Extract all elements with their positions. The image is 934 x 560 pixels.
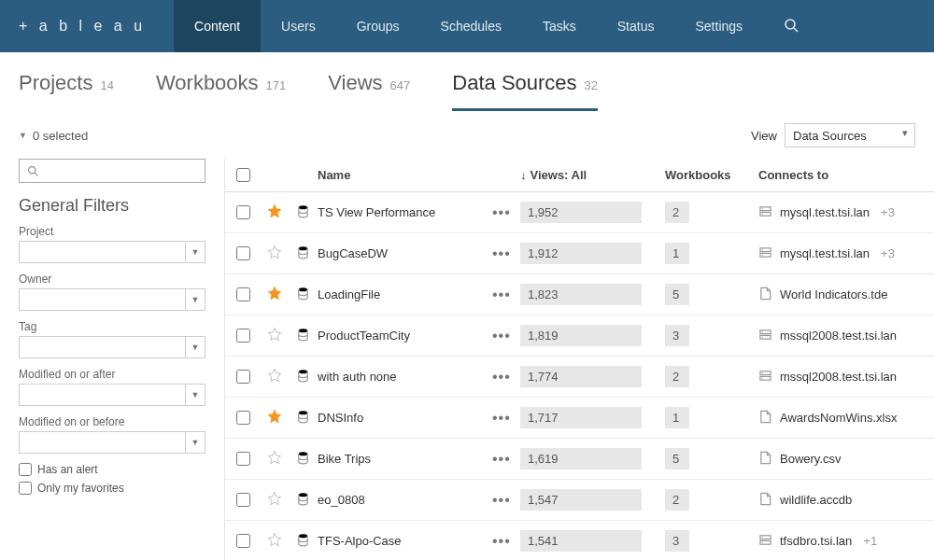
col-connects[interactable]: Connects to: [751, 159, 934, 191]
datasource-name-link[interactable]: BugCaseDW: [318, 246, 388, 260]
filter-search-input[interactable]: [19, 159, 205, 183]
datasource-icon: [296, 287, 310, 303]
connection-type-icon: [758, 328, 772, 344]
favorite-star-icon[interactable]: [267, 327, 282, 344]
data-sources-table: Name ↓Views: All Workbooks Connects to T…: [224, 159, 934, 560]
favorite-star-icon[interactable]: [267, 491, 282, 509]
row-actions-menu[interactable]: •••: [485, 400, 513, 436]
filter-dropdown-toggle[interactable]: ▼: [185, 431, 205, 454]
nav-groups[interactable]: Groups: [336, 0, 420, 52]
col-views[interactable]: ↓Views: All: [513, 159, 658, 191]
row-checkbox[interactable]: [236, 287, 250, 301]
filter-project-input[interactable]: [19, 241, 185, 263]
svg-point-27: [299, 493, 307, 497]
sidebar-filters: General Filters Project▼Owner▼Tag▼Modifi…: [0, 159, 224, 560]
filter-check-has-an-alert[interactable]: Has an alert: [19, 463, 205, 476]
row-checkbox[interactable]: [236, 493, 250, 507]
view-select[interactable]: Data Sources: [785, 123, 915, 147]
favorite-star-icon[interactable]: [267, 450, 282, 468]
connection-type-icon: [758, 533, 772, 550]
favorite-star-icon[interactable]: [267, 203, 282, 221]
views-count: 1,823: [520, 284, 642, 305]
connection-name: mssql2008.test.tsi.lan: [780, 329, 897, 343]
top-nav: + a b l e a u ContentUsersGroupsSchedule…: [0, 0, 934, 52]
filter-check-only-my-favorites[interactable]: Only my favorites: [19, 482, 205, 495]
datasource-name-link[interactable]: with auth none: [318, 370, 397, 384]
workbooks-count: 2: [665, 202, 689, 223]
row-checkbox[interactable]: [236, 329, 250, 343]
datasource-icon: [296, 328, 310, 344]
filter-modified-on-or-after-input[interactable]: [19, 384, 185, 406]
nav-tasks[interactable]: Tasks: [522, 0, 597, 52]
datasource-name-link[interactable]: eo_0808: [318, 493, 365, 507]
col-workbooks[interactable]: Workbooks: [658, 159, 751, 191]
datasource-name-link[interactable]: TFS-Alpo-Case: [318, 534, 402, 548]
datasource-name-link[interactable]: ProductTeamCity: [318, 329, 410, 343]
row-actions-menu[interactable]: •••: [485, 236, 513, 272]
datasource-name-link[interactable]: TS View Performance: [318, 205, 435, 219]
svg-rect-30: [760, 540, 771, 544]
datasource-icon: [296, 410, 310, 427]
filter-dropdown-toggle[interactable]: ▼: [185, 241, 205, 263]
row-actions-menu[interactable]: •••: [485, 277, 513, 313]
filter-dropdown-toggle[interactable]: ▼: [185, 288, 205, 311]
row-checkbox[interactable]: [236, 370, 250, 384]
tab-views[interactable]: Views647: [328, 71, 410, 108]
select-all-checkbox[interactable]: [225, 159, 261, 191]
svg-line-1: [794, 28, 798, 32]
search-icon: [784, 18, 799, 33]
search-icon: [27, 165, 39, 177]
connection-extra-count: +3: [881, 246, 895, 260]
tab-workbooks[interactable]: Workbooks171: [156, 71, 286, 108]
filter-dropdown-toggle[interactable]: ▼: [185, 336, 205, 358]
favorite-star-icon[interactable]: [267, 532, 282, 550]
datasource-name-link[interactable]: DNSInfo: [318, 411, 363, 425]
row-checkbox[interactable]: [236, 534, 250, 548]
filter-modified-on-or-before-input[interactable]: [19, 431, 185, 454]
table-row: Bike Trips•••1,6195Bowery.csv: [225, 439, 934, 480]
search-button[interactable]: [772, 18, 810, 35]
connection-name: mssql2008.test.tsi.lan: [780, 370, 897, 384]
favorite-star-icon[interactable]: [267, 286, 282, 303]
connection-name: AwardsNomWins.xlsx: [780, 411, 897, 425]
connection-type-icon: [758, 287, 772, 303]
svg-rect-21: [760, 371, 771, 374]
view-selector: View Data Sources: [751, 123, 915, 147]
nav-schedules[interactable]: Schedules: [420, 0, 522, 52]
tab-data-sources[interactable]: Data Sources32: [452, 71, 598, 111]
svg-point-9: [299, 246, 307, 250]
nav-status[interactable]: Status: [597, 0, 675, 52]
table-header: Name ↓Views: All Workbooks Connects to: [225, 159, 934, 192]
selection-count-dropdown[interactable]: ▼ 0 selected: [19, 129, 88, 143]
row-actions-menu[interactable]: •••: [485, 524, 513, 559]
row-actions-menu[interactable]: •••: [485, 441, 513, 477]
row-checkbox[interactable]: [236, 205, 250, 219]
favorite-star-icon[interactable]: [267, 409, 282, 427]
table-row: BugCaseDW•••1,9121mysql.test.tsi.lan+3: [225, 233, 934, 274]
svg-rect-17: [760, 335, 771, 339]
table-row: eo_0808•••1,5472wildlife.accdb: [225, 480, 934, 521]
toolbar: ▼ 0 selected View Data Sources: [0, 112, 934, 159]
svg-point-25: [299, 411, 307, 414]
nav-users[interactable]: Users: [261, 0, 336, 52]
table-row: with auth none•••1,7742mssql2008.test.ts…: [225, 357, 934, 398]
row-checkbox[interactable]: [236, 411, 250, 425]
row-actions-menu[interactable]: •••: [485, 359, 513, 395]
tab-projects[interactable]: Projects14: [19, 71, 114, 108]
col-name[interactable]: Name: [318, 168, 350, 182]
nav-settings[interactable]: Settings: [674, 0, 763, 52]
filter-owner-input[interactable]: [19, 288, 185, 311]
filter-dropdown-toggle[interactable]: ▼: [185, 384, 205, 406]
row-checkbox[interactable]: [236, 246, 250, 260]
favorite-star-icon[interactable]: [267, 368, 282, 385]
row-actions-menu[interactable]: •••: [485, 195, 513, 231]
row-actions-menu[interactable]: •••: [485, 483, 513, 518]
workbooks-count: 1: [665, 407, 689, 428]
nav-content[interactable]: Content: [174, 0, 261, 52]
datasource-name-link[interactable]: Bike Trips: [318, 452, 371, 466]
favorite-star-icon[interactable]: [267, 245, 282, 262]
row-checkbox[interactable]: [236, 452, 250, 466]
row-actions-menu[interactable]: •••: [485, 318, 513, 354]
filter-tag-input[interactable]: [19, 336, 185, 358]
datasource-name-link[interactable]: LoadingFile: [318, 287, 380, 301]
